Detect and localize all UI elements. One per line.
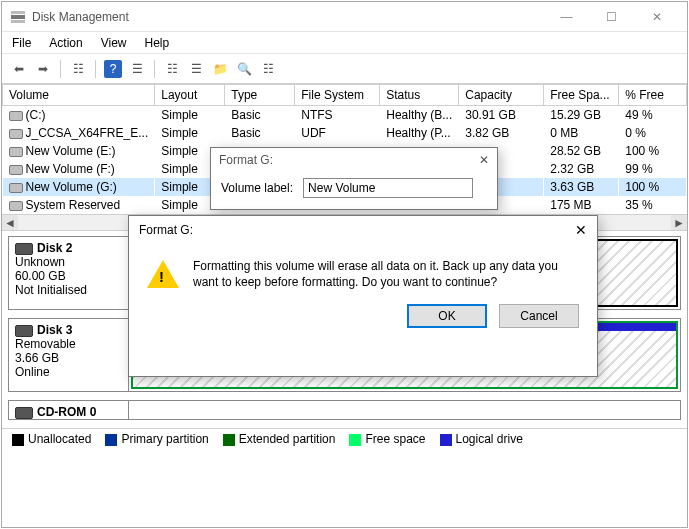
volume-label-text: Volume label: (221, 181, 293, 195)
menu-help[interactable]: Help (145, 36, 170, 50)
legend-swatch (349, 434, 361, 446)
drive-icon (9, 111, 23, 121)
disk-icon (15, 325, 33, 337)
disk-kind: Removable (15, 337, 76, 351)
maximize-button[interactable]: ☐ (589, 3, 634, 31)
disk-size: 3.66 GB (15, 351, 59, 365)
properties-icon[interactable]: ☰ (128, 60, 146, 78)
rescan-icon[interactable]: ☰ (187, 60, 205, 78)
col-capacity[interactable]: Capacity (459, 85, 544, 106)
close-button[interactable]: ✕ (634, 3, 679, 31)
volume-row[interactable]: (C:)SimpleBasicNTFSHealthy (B...30.91 GB… (3, 106, 687, 125)
cdrom-icon (15, 407, 33, 419)
menu-action[interactable]: Action (49, 36, 82, 50)
drive-icon (9, 183, 23, 193)
disk-state: Not Initialised (15, 283, 87, 297)
cancel-button[interactable]: Cancel (499, 304, 579, 328)
divider (154, 60, 155, 78)
close-icon[interactable]: ✕ (479, 153, 489, 167)
legend-swatch (440, 434, 452, 446)
close-icon[interactable]: ✕ (575, 222, 587, 238)
disk-name: CD-ROM 0 (37, 405, 96, 419)
disk-info: CD-ROM 0 (9, 401, 129, 419)
col-pctfree[interactable]: % Free (619, 85, 687, 106)
divider (95, 60, 96, 78)
window-title: Disk Management (32, 10, 544, 24)
legend-swatch (105, 434, 117, 446)
legend-item: Unallocated (12, 432, 91, 446)
disk-icon (15, 243, 33, 255)
help-icon[interactable]: ? (104, 60, 122, 78)
disk-name: Disk 2 (37, 241, 72, 255)
forward-icon[interactable]: ➡ (34, 60, 52, 78)
col-layout[interactable]: Layout (155, 85, 225, 106)
ok-button[interactable]: OK (407, 304, 487, 328)
legend-item: Primary partition (105, 432, 208, 446)
show-hide-icon[interactable]: ☷ (69, 60, 87, 78)
menu-view[interactable]: View (101, 36, 127, 50)
dialog-message: Formatting this volume will erase all da… (193, 258, 579, 290)
drive-icon (9, 165, 23, 175)
disk-state: Online (15, 365, 50, 379)
disk-info: Disk 3 Removable 3.66 GB Online (9, 319, 129, 391)
drive-icon (9, 147, 23, 157)
explore-icon[interactable]: 🔍 (235, 60, 253, 78)
legend-item: Free space (349, 432, 425, 446)
titlebar[interactable]: Disk Management — ☐ ✕ (2, 2, 687, 32)
legend-swatch (12, 434, 24, 446)
legend: UnallocatedPrimary partitionExtended par… (2, 429, 687, 449)
scroll-right-icon[interactable]: ► (671, 215, 687, 231)
back-icon[interactable]: ⬅ (10, 60, 28, 78)
dialog-title: Format G: (219, 153, 273, 167)
format-confirm-dialog: Format G: ✕ Formatting this volume will … (128, 215, 598, 377)
legend-item: Logical drive (440, 432, 523, 446)
volume-row[interactable]: J_CCSA_X64FRE_E...SimpleBasicUDFHealthy … (3, 124, 687, 142)
disk-info: Disk 2 Unknown 60.00 GB Not Initialised (9, 237, 129, 309)
format-dialog-label: Format G: ✕ Volume label: (210, 147, 498, 210)
disk-row[interactable]: CD-ROM 0 (8, 400, 681, 420)
legend-swatch (223, 434, 235, 446)
col-volume[interactable]: Volume (3, 85, 155, 106)
drive-icon (9, 129, 23, 139)
disk-name: Disk 3 (37, 323, 72, 337)
svg-rect-1 (11, 11, 25, 14)
menubar: File Action View Help (2, 32, 687, 54)
col-free[interactable]: Free Spa... (544, 85, 619, 106)
disk-size: 60.00 GB (15, 269, 66, 283)
divider (60, 60, 61, 78)
volume-label-input[interactable] (303, 178, 473, 198)
disk-kind: Unknown (15, 255, 65, 269)
col-status[interactable]: Status (380, 85, 459, 106)
toolbar: ⬅ ➡ ☷ ? ☰ ☷ ☰ 📁 🔍 ☷ (2, 54, 687, 84)
legend-item: Extended partition (223, 432, 336, 446)
refresh-icon[interactable]: ☷ (163, 60, 181, 78)
col-type[interactable]: Type (225, 85, 295, 106)
warning-icon (147, 260, 179, 288)
app-icon (10, 9, 26, 25)
open-icon[interactable]: 📁 (211, 60, 229, 78)
menu-file[interactable]: File (12, 36, 31, 50)
settings-icon[interactable]: ☷ (259, 60, 277, 78)
dialog-title: Format G: (139, 223, 193, 237)
svg-rect-0 (11, 15, 25, 19)
scroll-left-icon[interactable]: ◄ (2, 215, 18, 231)
drive-icon (9, 201, 23, 211)
svg-rect-2 (11, 20, 25, 23)
minimize-button[interactable]: — (544, 3, 589, 31)
col-filesystem[interactable]: File System (295, 85, 380, 106)
